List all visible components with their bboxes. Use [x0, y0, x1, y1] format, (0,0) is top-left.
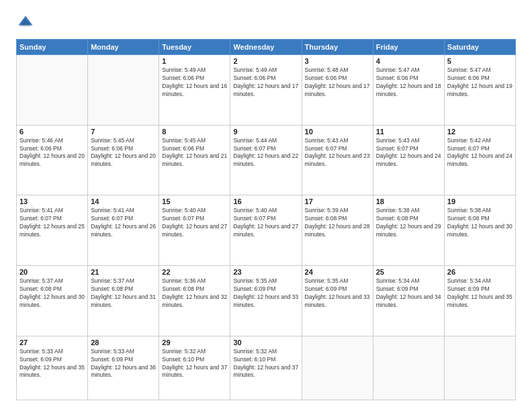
- calendar-cell: 18Sunrise: 5:38 AM Sunset: 6:08 PM Dayli…: [373, 195, 444, 266]
- calendar-table: SundayMondayTuesdayWednesdayThursdayFrid…: [16, 39, 516, 400]
- calendar-cell: 24Sunrise: 5:35 AM Sunset: 6:09 PM Dayli…: [302, 266, 373, 336]
- calendar-cell: [302, 336, 373, 400]
- calendar-cell: 15Sunrise: 5:40 AM Sunset: 6:07 PM Dayli…: [159, 195, 230, 266]
- day-number: 27: [19, 338, 85, 347]
- calendar-cell: 2Sunrise: 5:49 AM Sunset: 6:06 PM Daylig…: [230, 55, 302, 126]
- calendar-cell: 9Sunrise: 5:44 AM Sunset: 6:07 PM Daylig…: [230, 125, 302, 195]
- day-info: Sunrise: 5:44 AM Sunset: 6:07 PM Dayligh…: [233, 137, 298, 169]
- day-number: 8: [162, 128, 227, 136]
- calendar-cell: 28Sunrise: 5:33 AM Sunset: 6:09 PM Dayli…: [88, 336, 159, 400]
- day-info: Sunrise: 5:40 AM Sunset: 6:07 PM Dayligh…: [162, 207, 227, 239]
- day-info: Sunrise: 5:47 AM Sunset: 6:06 PM Dayligh…: [376, 66, 441, 99]
- day-number: 2: [233, 57, 298, 65]
- day-info: Sunrise: 5:35 AM Sunset: 6:09 PM Dayligh…: [233, 277, 298, 310]
- day-info: Sunrise: 5:35 AM Sunset: 6:09 PM Dayligh…: [305, 277, 370, 310]
- day-number: 20: [19, 268, 85, 276]
- day-number: 19: [447, 197, 513, 205]
- calendar-cell: [17, 55, 88, 126]
- day-header-monday: Monday: [88, 40, 159, 55]
- day-info: Sunrise: 5:33 AM Sunset: 6:09 PM Dayligh…: [91, 348, 156, 380]
- day-header-saturday: Saturday: [444, 40, 515, 55]
- day-info: Sunrise: 5:41 AM Sunset: 6:07 PM Dayligh…: [19, 207, 85, 239]
- calendar-cell: 11Sunrise: 5:43 AM Sunset: 6:07 PM Dayli…: [373, 125, 444, 195]
- calendar-cell: 14Sunrise: 5:41 AM Sunset: 6:07 PM Dayli…: [88, 195, 159, 266]
- calendar-cell: 6Sunrise: 5:46 AM Sunset: 6:06 PM Daylig…: [17, 125, 88, 195]
- logo: [16, 13, 38, 32]
- day-info: Sunrise: 5:32 AM Sunset: 6:10 PM Dayligh…: [162, 348, 227, 380]
- day-number: 5: [447, 57, 513, 65]
- day-info: Sunrise: 5:37 AM Sunset: 6:08 PM Dayligh…: [91, 277, 156, 310]
- day-info: Sunrise: 5:41 AM Sunset: 6:07 PM Dayligh…: [91, 207, 156, 239]
- day-info: Sunrise: 5:37 AM Sunset: 6:08 PM Dayligh…: [19, 277, 85, 310]
- day-info: Sunrise: 5:46 AM Sunset: 6:06 PM Dayligh…: [19, 137, 85, 169]
- page: SundayMondayTuesdayWednesdayThursdayFrid…: [0, 0, 532, 411]
- calendar-cell: 13Sunrise: 5:41 AM Sunset: 6:07 PM Dayli…: [17, 195, 88, 266]
- day-header-friday: Friday: [373, 40, 444, 55]
- day-info: Sunrise: 5:45 AM Sunset: 6:06 PM Dayligh…: [91, 137, 156, 169]
- day-info: Sunrise: 5:36 AM Sunset: 6:08 PM Dayligh…: [162, 277, 227, 310]
- day-number: 3: [305, 57, 370, 65]
- calendar-cell: 10Sunrise: 5:43 AM Sunset: 6:07 PM Dayli…: [302, 125, 373, 195]
- calendar-cell: 1Sunrise: 5:49 AM Sunset: 6:06 PM Daylig…: [159, 55, 230, 126]
- day-number: 29: [162, 338, 227, 347]
- calendar-cell: 22Sunrise: 5:36 AM Sunset: 6:08 PM Dayli…: [159, 266, 230, 336]
- day-number: 7: [91, 128, 156, 136]
- day-number: 1: [162, 57, 227, 65]
- week-row-1: 1Sunrise: 5:49 AM Sunset: 6:06 PM Daylig…: [17, 55, 516, 126]
- calendar-cell: [444, 336, 515, 400]
- calendar-cell: 16Sunrise: 5:40 AM Sunset: 6:07 PM Dayli…: [230, 195, 302, 266]
- day-info: Sunrise: 5:38 AM Sunset: 6:08 PM Dayligh…: [447, 207, 513, 239]
- calendar-cell: 25Sunrise: 5:34 AM Sunset: 6:09 PM Dayli…: [373, 266, 444, 336]
- day-number: 6: [19, 128, 85, 136]
- day-number: 28: [91, 338, 156, 347]
- day-info: Sunrise: 5:34 AM Sunset: 6:09 PM Dayligh…: [447, 277, 513, 310]
- day-number: 23: [233, 268, 298, 276]
- calendar-cell: 29Sunrise: 5:32 AM Sunset: 6:10 PM Dayli…: [159, 336, 230, 400]
- day-info: Sunrise: 5:49 AM Sunset: 6:06 PM Dayligh…: [162, 66, 227, 99]
- calendar-cell: 4Sunrise: 5:47 AM Sunset: 6:06 PM Daylig…: [373, 55, 444, 126]
- day-info: Sunrise: 5:49 AM Sunset: 6:06 PM Dayligh…: [233, 66, 298, 99]
- day-header-thursday: Thursday: [302, 40, 373, 55]
- day-info: Sunrise: 5:32 AM Sunset: 6:10 PM Dayligh…: [233, 348, 298, 380]
- week-row-5: 27Sunrise: 5:33 AM Sunset: 6:09 PM Dayli…: [17, 336, 516, 400]
- day-number: 22: [162, 268, 227, 276]
- day-info: Sunrise: 5:33 AM Sunset: 6:09 PM Dayligh…: [19, 348, 85, 380]
- day-info: Sunrise: 5:43 AM Sunset: 6:07 PM Dayligh…: [305, 137, 370, 169]
- header: [16, 13, 516, 32]
- day-number: 16: [233, 197, 298, 205]
- day-number: 17: [305, 197, 370, 205]
- day-number: 25: [376, 268, 441, 276]
- day-info: Sunrise: 5:34 AM Sunset: 6:09 PM Dayligh…: [376, 277, 441, 310]
- day-number: 15: [162, 197, 227, 205]
- day-info: Sunrise: 5:40 AM Sunset: 6:07 PM Dayligh…: [233, 207, 298, 239]
- calendar-header-row: SundayMondayTuesdayWednesdayThursdayFrid…: [17, 40, 516, 55]
- calendar-cell: 12Sunrise: 5:42 AM Sunset: 6:07 PM Dayli…: [444, 125, 515, 195]
- day-info: Sunrise: 5:43 AM Sunset: 6:07 PM Dayligh…: [376, 137, 441, 169]
- day-header-wednesday: Wednesday: [230, 40, 302, 55]
- calendar-cell: 5Sunrise: 5:47 AM Sunset: 6:06 PM Daylig…: [444, 55, 515, 126]
- calendar-cell: [88, 55, 159, 126]
- calendar-cell: [373, 336, 444, 400]
- day-number: 9: [233, 128, 298, 136]
- day-number: 11: [376, 128, 441, 136]
- day-number: 24: [305, 268, 370, 276]
- day-number: 14: [91, 197, 156, 205]
- calendar-cell: 7Sunrise: 5:45 AM Sunset: 6:06 PM Daylig…: [88, 125, 159, 195]
- day-number: 18: [376, 197, 441, 205]
- day-header-sunday: Sunday: [17, 40, 88, 55]
- day-info: Sunrise: 5:38 AM Sunset: 6:08 PM Dayligh…: [376, 207, 441, 239]
- day-number: 21: [91, 268, 156, 276]
- calendar-cell: 23Sunrise: 5:35 AM Sunset: 6:09 PM Dayli…: [230, 266, 302, 336]
- logo-icon: [16, 13, 35, 32]
- day-info: Sunrise: 5:45 AM Sunset: 6:06 PM Dayligh…: [162, 137, 227, 169]
- calendar-cell: 17Sunrise: 5:39 AM Sunset: 6:08 PM Dayli…: [302, 195, 373, 266]
- calendar-cell: 30Sunrise: 5:32 AM Sunset: 6:10 PM Dayli…: [230, 336, 302, 400]
- calendar-cell: 3Sunrise: 5:48 AM Sunset: 6:06 PM Daylig…: [302, 55, 373, 126]
- day-number: 12: [447, 128, 513, 136]
- calendar-cell: 20Sunrise: 5:37 AM Sunset: 6:08 PM Dayli…: [17, 266, 88, 336]
- calendar-cell: 21Sunrise: 5:37 AM Sunset: 6:08 PM Dayli…: [88, 266, 159, 336]
- day-info: Sunrise: 5:48 AM Sunset: 6:06 PM Dayligh…: [305, 66, 370, 99]
- week-row-4: 20Sunrise: 5:37 AM Sunset: 6:08 PM Dayli…: [17, 266, 516, 336]
- day-info: Sunrise: 5:42 AM Sunset: 6:07 PM Dayligh…: [447, 137, 513, 169]
- calendar-cell: 19Sunrise: 5:38 AM Sunset: 6:08 PM Dayli…: [444, 195, 515, 266]
